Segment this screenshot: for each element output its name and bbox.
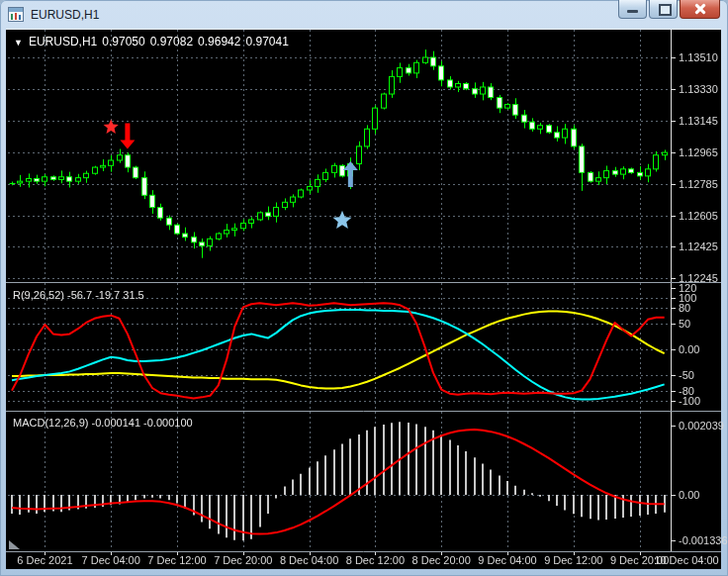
close-icon (681, 0, 719, 18)
price-axis-label: 1.12785 (679, 178, 718, 190)
macd-label: MACD(12,26,9) -0.000141 -0.000100 (13, 417, 193, 429)
time-axis-label: 7 Dec 12:00 (147, 554, 206, 566)
chart-client-area: ▼EURUSD,H10.970500.970820.969420.97041 R… (6, 29, 721, 569)
window-title: EURUSD,H1 (31, 8, 99, 22)
close-button[interactable] (680, 0, 720, 19)
ohlc-low: 0.96942 (198, 35, 240, 48)
symbol-label: EURUSD,H1 (29, 35, 97, 48)
symbol-dropdown-icon[interactable]: ▼ (14, 38, 23, 48)
minimize-icon (627, 10, 638, 13)
time-axis-label: 9 Dec 12:00 (544, 554, 602, 566)
price-axis-label: 1.12425 (679, 240, 718, 252)
chart-app-icon (8, 7, 24, 22)
indicator1-axis-label: 50 (679, 318, 690, 330)
time-axis-label: 9 Dec 04:00 (478, 554, 536, 566)
time-axis-label: 7 Dec 20:00 (214, 554, 272, 566)
chart-symbol-header: ▼EURUSD,H10.970500.970820.969420.97041 (14, 35, 294, 48)
indicator1-axis-label: 0.00 (679, 343, 699, 355)
macd-axis-label: 0.00 (679, 489, 699, 501)
chart-window: EURUSD,H1 ▼EURUSD,H10.970500.970820.9694… (0, 0, 728, 576)
time-axis-label: 10 Dec 04:00 (654, 554, 718, 566)
ohlc-high: 0.97082 (150, 35, 193, 48)
indicator1-label: R(9,26,52) -56.7 -19.7 31.5 (13, 289, 144, 301)
minimize-button[interactable] (618, 0, 647, 19)
price-axis-label: 1.12605 (679, 210, 718, 222)
price-axis-label: 1.13510 (679, 51, 718, 63)
time-axis-label: 8 Dec 12:00 (346, 554, 405, 566)
ohlc-close: 0.97041 (245, 35, 288, 48)
ohlc-open: 0.97050 (102, 35, 144, 48)
time-axis-label: 8 Dec 20:00 (412, 554, 471, 566)
restore-icon (659, 4, 672, 16)
restore-button[interactable] (649, 0, 678, 19)
indicator1-axis-label: -50 (679, 369, 694, 381)
macd-axis-label: 0.002039 (679, 420, 724, 432)
price-axis-label: 1.12965 (679, 146, 718, 158)
price-axis-label: 1.13145 (679, 115, 718, 127)
macd-axis-label: -0.001336 (679, 534, 728, 546)
indicator1-axis-label: 80 (679, 302, 690, 314)
time-axis-label: 8 Dec 04:00 (280, 554, 338, 566)
price-axis-label: 1.13330 (679, 83, 718, 95)
indicator1-axis-label: -100 (679, 395, 700, 407)
time-axis-label: 6 Dec 2021 (17, 554, 72, 566)
window-controls (616, 0, 720, 19)
window-titlebar[interactable]: EURUSD,H1 (0, 0, 728, 29)
time-axis-label: 7 Dec 04:00 (82, 554, 140, 566)
